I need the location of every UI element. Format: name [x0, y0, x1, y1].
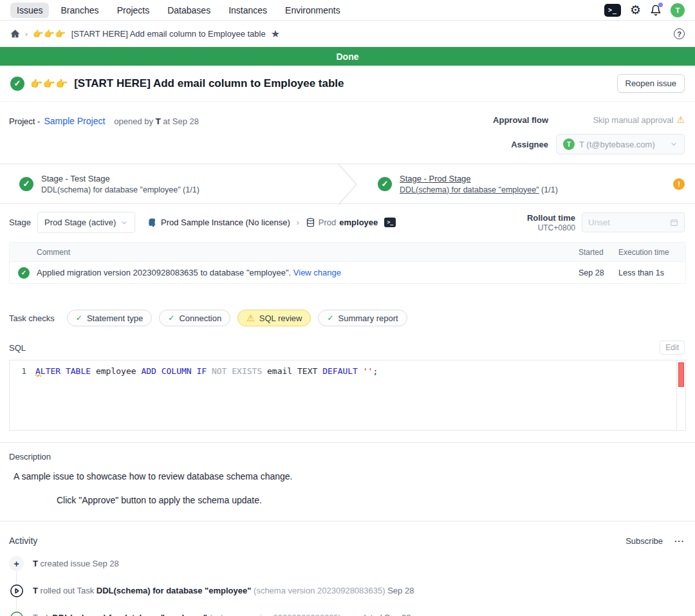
actor-name: T — [33, 586, 38, 595]
description-label: Description — [9, 452, 685, 462]
table-row: ✓ Applied migration version 202309280836… — [10, 261, 685, 283]
opened-by-text: opened by T at Sep 28 — [114, 117, 199, 126]
notifications-bell-icon[interactable] — [650, 5, 662, 16]
table-header: Comment Started Execution time — [10, 243, 685, 261]
header-started: Started — [579, 248, 618, 257]
pointing-hand-emoji: 👉👉👉 — [33, 29, 66, 39]
help-icon[interactable]: ? — [674, 28, 685, 39]
stage-card-test[interactable]: ✓ Stage - Test Stage DDL(schema) for dat… — [0, 164, 337, 203]
started-value: Sep 28 — [579, 268, 618, 277]
stage-title: Stage - Prod Stage — [400, 174, 558, 183]
task-name: DDL(schema) for database "employee" — [97, 586, 252, 595]
editor-scrollbar[interactable] — [676, 360, 685, 430]
nav-item-databases[interactable]: Databases — [161, 3, 217, 18]
view-change-link[interactable]: View change — [293, 268, 341, 277]
database-icon — [306, 218, 315, 227]
stage-select[interactable]: Prod Stage (active) — [37, 212, 135, 233]
execution-time-value: Less than 1s — [618, 268, 685, 277]
assignee-label: Assignee — [511, 140, 548, 149]
database-link[interactable]: Prod employee — [306, 218, 378, 227]
nav-item-environments[interactable]: Environments — [279, 3, 347, 18]
stage-separator-chevron — [337, 164, 358, 205]
header-comment: Comment — [37, 248, 579, 257]
line-number: 1 — [10, 360, 33, 430]
approval-flow-value: Skip manual approval ⚠ — [593, 115, 685, 125]
postgres-icon — [147, 218, 157, 228]
reopen-issue-button[interactable]: Reopen issue — [617, 74, 685, 93]
task-checks-label: Task checks — [9, 313, 55, 323]
notification-dot — [658, 3, 663, 7]
sql-editor: 1 ALTER TABLE employee ADD COLUMN IF NOT… — [9, 360, 686, 431]
play-circle-icon — [9, 583, 24, 598]
nav-item-issues[interactable]: Issues — [10, 3, 49, 18]
activity-title: Activity — [9, 536, 37, 546]
check-icon: ✓ — [76, 313, 82, 322]
project-link[interactable]: Sample Project — [44, 116, 105, 126]
stage-detail-bar: Stage Prod Stage (active) Prod Sample In… — [0, 204, 695, 239]
stage-alert-badge[interactable]: ! — [673, 178, 685, 190]
check-statement-type[interactable]: ✓ Statement type — [67, 310, 153, 326]
activity-item-rollout: T rolled out Task DDL(schema) for databa… — [9, 583, 695, 598]
warning-triangle-icon: ⚠ — [676, 115, 685, 125]
migration-comment: Applied migration version 20230928083635… — [37, 268, 291, 277]
nav-item-branches[interactable]: Branches — [54, 3, 105, 18]
user-avatar[interactable]: T — [671, 3, 685, 17]
open-in-sql-editor-icon[interactable]: >_ — [384, 218, 396, 227]
plus-icon: + — [9, 556, 24, 571]
approval-flow-label: Approval flow — [493, 115, 548, 125]
description-section: Description A sample issue to showcase h… — [0, 443, 695, 505]
error-marker — [678, 362, 684, 387]
rollout-timezone: UTC+0800 — [527, 223, 575, 232]
check-circle-icon — [9, 610, 24, 616]
stage-subtitle: DDL(schema) for database "employee" (1/1… — [400, 185, 558, 194]
assignee-value: T (t@bytebase.com) — [579, 140, 665, 149]
activity-item-created: + T created issue Sep 28 — [9, 556, 695, 571]
star-icon[interactable]: ★ — [271, 29, 280, 39]
check-icon: ✓ — [327, 313, 333, 322]
project-label: Project - — [9, 117, 40, 126]
task-run-table: Comment Started Execution time ✓ Applied… — [9, 242, 686, 284]
breadcrumb: › 👉👉👉 [START HERE] Add email column to E… — [0, 21, 695, 47]
activity-timeline: + T created issue Sep 28 T rolled out Ta… — [0, 550, 695, 616]
description-text: Click "Approve" button to apply the sche… — [57, 495, 685, 505]
subscribe-button[interactable]: Subscribe — [626, 536, 663, 546]
activity-menu-icon[interactable]: ··· — [674, 536, 685, 546]
breadcrumb-separator: › — [25, 30, 28, 39]
check-icon: ✓ — [168, 313, 174, 322]
check-connection[interactable]: ✓ Connection — [159, 310, 230, 326]
sql-label: SQL — [9, 343, 26, 353]
sql-edit-button[interactable]: Edit — [660, 341, 685, 355]
sql-code-line: ALTER TABLE employee ADD COLUMN IF NOT E… — [33, 360, 676, 430]
description-text: A sample issue to showcase how to review… — [14, 471, 685, 481]
stage-title: Stage - Test Stage — [41, 174, 199, 183]
warning-triangle-icon: ⚠ — [246, 313, 255, 323]
settings-gear-icon[interactable]: ⚙ — [630, 4, 641, 16]
top-nav: Issues Branches Projects Databases Insta… — [0, 0, 695, 21]
check-sql-review[interactable]: ⚠ SQL review — [237, 310, 311, 326]
home-icon[interactable] — [10, 29, 20, 39]
nav-item-instances[interactable]: Instances — [222, 3, 273, 18]
breadcrumb-issue-title[interactable]: [START HERE] Add email column to Employe… — [71, 29, 266, 39]
status-banner: Done — [0, 47, 695, 66]
instance-link[interactable]: Prod Sample Instance (No license) — [147, 218, 290, 228]
stage-check-icon: ✓ — [19, 177, 33, 191]
nav-item-projects[interactable]: Projects — [111, 3, 156, 18]
success-check-icon: ✓ — [18, 267, 30, 279]
stage-card-prod[interactable]: ✓ Stage - Prod Stage DDL(schema) for dat… — [358, 164, 695, 203]
rollout-time-label: Rollout time — [527, 213, 575, 223]
calendar-icon — [670, 218, 678, 227]
rollout-time-input[interactable]: Unset — [582, 212, 685, 232]
sql-editor-terminal-icon[interactable]: >_ — [604, 4, 621, 17]
issue-title: [START HERE] Add email column to Employe… — [74, 77, 344, 90]
issue-meta: Project - Sample Project opened by T at … — [0, 102, 695, 163]
creator-name: T — [156, 117, 161, 126]
stage-strip: ✓ Stage - Test Stage DDL(schema) for dat… — [0, 163, 695, 204]
activity-header: Activity Subscribe ··· — [0, 521, 695, 550]
assignee-select[interactable]: T T (t@bytebase.com) — [556, 134, 685, 154]
check-summary-report[interactable]: ✓ Summary report — [318, 310, 407, 326]
chevron-down-icon — [120, 219, 128, 227]
assignee-avatar: T — [563, 138, 575, 150]
stage-check-icon: ✓ — [378, 177, 392, 191]
lint-squiggle — [35, 375, 41, 377]
actor-name: T — [33, 559, 38, 568]
